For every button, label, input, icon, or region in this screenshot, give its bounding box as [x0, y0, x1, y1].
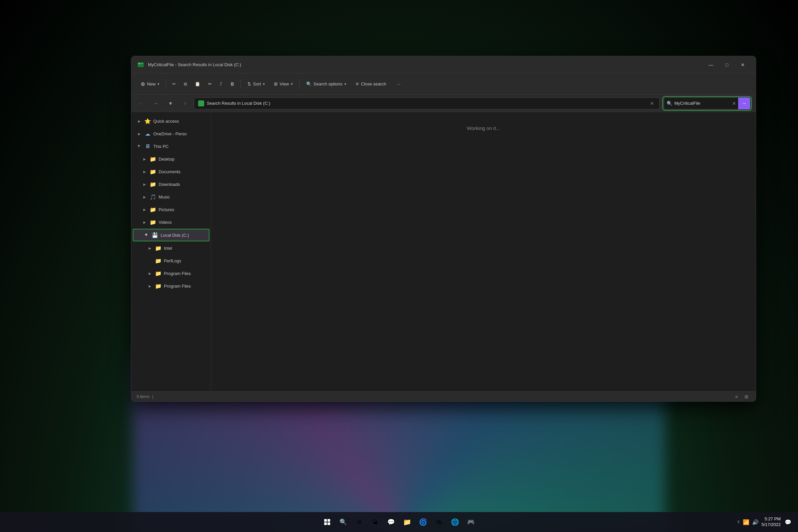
address-bar[interactable]: Search Results in Local Disk (C:) ✕ — [194, 97, 660, 109]
sidebar-item-this-pc[interactable]: ▶ 🖥 This PC — [131, 140, 211, 153]
toolbar-sep-3 — [299, 79, 300, 89]
address-bar-folder-icon — [198, 100, 204, 107]
view-icon: ⊞ — [274, 81, 278, 87]
taskbar-task-view-button[interactable]: ⧉ — [352, 515, 366, 529]
search-input[interactable] — [674, 101, 730, 106]
status-bar: 0 items | ≡ ⊞ — [131, 391, 756, 401]
quick-access-icon: ⭐ — [145, 118, 151, 124]
items-count: 0 items — [137, 394, 150, 399]
title-bar: MyCriticalFile - Search Results in Local… — [131, 56, 756, 74]
intel-label: Intel — [164, 246, 206, 251]
sidebar-item-intel[interactable]: ▶ 📁 Intel — [131, 242, 211, 254]
search-box-highlighted: 🔍 ✕ → — [662, 96, 752, 111]
copy-button[interactable]: ⧉ — [180, 77, 190, 91]
search-clear-button[interactable]: ✕ — [732, 101, 736, 106]
close-search-button[interactable]: ✕ Close search — [352, 77, 391, 91]
copy-icon: ⧉ — [184, 81, 187, 87]
view-button[interactable]: ⊞ View ▾ — [270, 77, 297, 91]
taskbar-edge-button[interactable]: 🌀 — [416, 515, 430, 529]
new-dropdown-icon: ▾ — [158, 82, 159, 86]
sidebar-item-quick-access[interactable]: ▶ ⭐ Quick access — [131, 115, 211, 127]
details-view-button[interactable]: ≡ — [733, 393, 740, 401]
taskbar-explorer-button[interactable]: 📁 — [400, 515, 414, 529]
sort-icon: ⇅ — [247, 81, 251, 87]
sidebar-item-perflogs[interactable]: ▶ 📁 PerfLogs — [131, 254, 211, 267]
svg-rect-1 — [138, 64, 144, 67]
taskbar-steam-button[interactable]: 🎮 — [464, 515, 478, 529]
program-files-1-label: Program Files — [164, 271, 206, 276]
main-area: ▶ ⭐ Quick access ▶ ☁ OneDrive - Perso ▶ … — [131, 112, 756, 391]
address-path: Search Results in Local Disk (C:) — [207, 101, 646, 106]
taskbar-notification-icon[interactable]: 💬 — [785, 519, 791, 525]
file-explorer-window: MyCriticalFile - Search Results in Local… — [131, 56, 756, 402]
this-pc-icon: 🖥 — [145, 143, 151, 149]
sidebar-item-music[interactable]: ▶ 🎵 Music — [131, 191, 211, 203]
taskbar-store-button[interactable]: 🛍 — [432, 515, 446, 529]
search-box: 🔍 ✕ → — [664, 97, 750, 109]
more-options-button[interactable]: ··· — [393, 77, 404, 91]
onedrive-icon: ☁ — [145, 131, 151, 137]
sidebar-item-desktop[interactable]: ▶ 📁 Desktop — [131, 153, 211, 165]
new-button[interactable]: ⊕ New ▾ — [137, 77, 163, 91]
delete-button[interactable]: 🗑 — [227, 77, 238, 91]
search-go-button[interactable]: → — [738, 97, 750, 109]
search-options-button[interactable]: 🔍 Search options ▾ — [302, 77, 350, 91]
music-label: Music — [158, 194, 206, 200]
address-bar-clear-button[interactable]: ✕ — [649, 100, 656, 107]
sidebar-item-downloads[interactable]: ▶ 📁 Downloads — [131, 178, 211, 191]
up-button[interactable]: ↑ — [179, 97, 191, 109]
window-app-icon — [137, 61, 145, 69]
taskbar-clock[interactable]: 5:27 PM 5/17/2022 — [761, 516, 781, 528]
taskbar-network-icon[interactable]: 📶 — [743, 519, 749, 525]
program-files-2-folder-icon: 📁 — [155, 283, 161, 289]
expand-arrow-downloads: ▶ — [142, 182, 147, 187]
local-disk-icon: 💾 — [152, 232, 158, 238]
taskbar-chrome-button[interactable]: 🌐 — [448, 515, 462, 529]
sidebar-item-documents[interactable]: ▶ 📁 Documents — [131, 165, 211, 178]
perflogs-label: PerfLogs — [164, 258, 206, 263]
close-button[interactable]: ✕ — [735, 59, 750, 70]
forward-button[interactable]: → — [150, 97, 162, 109]
rename-button[interactable]: ✏ — [205, 77, 215, 91]
expand-arrow-local-disk: ▶ — [144, 232, 149, 238]
taskbar-chat-icon: 💬 — [387, 518, 395, 526]
cut-button[interactable]: ✂ — [169, 77, 179, 91]
quick-access-label: Quick access — [153, 119, 206, 124]
sidebar-item-local-disk[interactable]: ▶ 💾 Local Disk (C:) — [133, 229, 209, 241]
start-grid-icon — [324, 519, 330, 525]
toolbar-sep-2 — [241, 79, 241, 89]
tiles-view-button[interactable]: ⊞ — [742, 393, 750, 401]
taskbar-task-view-icon: ⧉ — [358, 519, 361, 525]
downloads-folder-icon: 📁 — [150, 181, 156, 187]
status-separator: | — [152, 394, 153, 399]
back-button[interactable]: ← — [135, 97, 147, 109]
recent-locations-button[interactable]: ▼ — [165, 97, 176, 109]
sort-button[interactable]: ⇅ Sort ▾ — [243, 77, 269, 91]
content-area: Working on it... — [211, 112, 756, 391]
program-files-1-folder-icon: 📁 — [155, 270, 161, 276]
start-button[interactable] — [320, 515, 334, 529]
sidebar-item-videos[interactable]: ▶ 📁 Videos — [131, 216, 211, 228]
taskbar-volume-icon[interactable]: 🔊 — [752, 519, 759, 525]
desktop-label: Desktop — [158, 157, 206, 162]
sidebar-item-program-files-2[interactable]: ▶ 📁 Program Files — [131, 280, 211, 292]
share-button[interactable]: ⤴ — [216, 77, 225, 91]
taskbar-widgets-button[interactable]: 🌤 — [368, 515, 382, 529]
taskbar-widgets-icon: 🌤 — [372, 519, 378, 526]
sort-dropdown-icon: ▾ — [263, 82, 265, 86]
paste-button[interactable]: 📋 — [191, 77, 204, 91]
taskbar-search-button[interactable]: 🔍 — [336, 515, 350, 529]
minimize-button[interactable]: — — [703, 59, 719, 70]
sidebar-item-program-files-1[interactable]: ▶ 📁 Program Files — [131, 267, 211, 280]
paste-icon: 📋 — [195, 81, 200, 87]
expand-arrow-desktop: ▶ — [142, 156, 147, 162]
new-label: New — [147, 81, 156, 87]
sidebar-item-pictures[interactable]: ▶ 📁 Pictures — [131, 203, 211, 216]
taskbar-chevron-icon[interactable]: ⇧ — [737, 520, 740, 524]
sidebar-item-onedrive[interactable]: ▶ ☁ OneDrive - Perso — [131, 127, 211, 140]
sidebar: ▶ ⭐ Quick access ▶ ☁ OneDrive - Perso ▶ … — [131, 112, 211, 391]
start-grid-cell-2 — [327, 519, 330, 522]
taskbar-chat-button[interactable]: 💬 — [384, 515, 398, 529]
videos-label: Videos — [158, 220, 206, 225]
maximize-button[interactable]: □ — [719, 59, 735, 70]
